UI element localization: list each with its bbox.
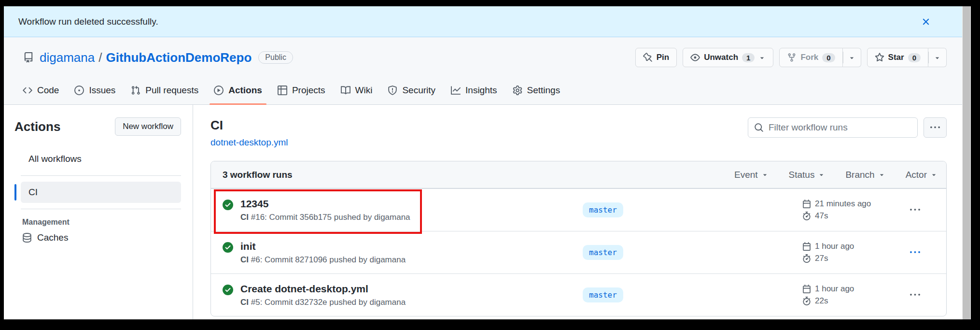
run-timestamp: 21 minutes ago <box>815 199 871 209</box>
sidebar-item-caches[interactable]: Caches <box>14 227 181 249</box>
run-options-button[interactable] <box>907 287 923 303</box>
workflow-run-row: init CI #6: Commit 8271096 pushed by dig… <box>211 231 946 273</box>
run-options-button[interactable] <box>907 244 923 260</box>
filter-workflow-runs-input[interactable] <box>769 122 911 133</box>
branch-badge[interactable]: master <box>583 202 623 217</box>
chevron-down-icon <box>848 54 855 61</box>
filter-workflow-runs-search <box>748 117 918 138</box>
branch-badge[interactable]: master <box>583 287 623 302</box>
tab-pull-requests[interactable]: Pull requests <box>125 76 205 105</box>
tab-label: Pull requests <box>145 85 198 96</box>
run-options-button[interactable] <box>907 202 923 218</box>
repo-owner-link[interactable]: digamana <box>40 50 95 65</box>
stopwatch-icon <box>802 254 811 263</box>
run-filters: Event Status Branch Actor <box>734 170 938 180</box>
stopwatch-icon <box>802 212 811 220</box>
run-title-link[interactable]: Create dotnet-desktop.yml <box>240 283 368 295</box>
sidebar-title: Actions <box>14 119 60 134</box>
tab-insights[interactable]: Insights <box>445 76 503 105</box>
unwatch-label: Unwatch <box>704 53 738 62</box>
fork-dropdown-button[interactable] <box>843 48 861 67</box>
tab-wiki[interactable]: Wiki <box>335 76 379 105</box>
repo-icon <box>23 52 34 63</box>
chevron-down-icon <box>930 171 938 178</box>
star-button[interactable]: Star 0 <box>867 48 928 67</box>
tab-security[interactable]: Security <box>381 76 442 105</box>
close-icon <box>921 16 931 27</box>
watch-count: 1 <box>742 53 755 62</box>
star-button-group: Star 0 <box>867 48 947 67</box>
run-description: CI #6: Commit 8271096 pushed by digamana <box>240 255 406 265</box>
flash-banner-message: Workflow run deleted successfully. <box>18 16 158 27</box>
sidebar-item-all-workflows[interactable]: All workflows <box>21 148 181 170</box>
run-time-info: 21 minutes ago 47s <box>802 199 883 221</box>
run-timestamp: 1 hour ago <box>815 284 854 294</box>
run-title-link[interactable]: 12345 <box>240 198 268 210</box>
scrollbar[interactable] <box>962 6 971 319</box>
run-duration: 47s <box>815 211 828 221</box>
calendar-icon <box>802 242 811 251</box>
management-section-label: Management <box>14 218 181 227</box>
stopwatch-icon <box>802 297 811 305</box>
book-icon <box>341 86 350 95</box>
run-timestamp: 1 hour ago <box>815 242 854 251</box>
browser-viewport: Workflow run deleted successfully. digam… <box>4 6 962 319</box>
pin-label: Pin <box>657 53 669 62</box>
new-workflow-button[interactable]: New workflow <box>115 117 181 136</box>
pin-button[interactable]: Pin <box>635 48 677 67</box>
breadcrumb: digamana / GithubActionDemoRepo <box>40 50 252 65</box>
branch-filter-dropdown[interactable]: Branch <box>845 170 885 180</box>
workflow-file-link[interactable]: dotnet-desktop.yml <box>210 137 288 148</box>
chevron-down-icon <box>818 171 825 178</box>
calendar-icon <box>802 285 811 293</box>
star-count: 0 <box>908 53 921 62</box>
tab-label: Wiki <box>355 85 373 96</box>
run-title-link[interactable]: init <box>240 241 256 252</box>
run-time-info: 1 hour ago 27s <box>802 242 883 263</box>
repo-name-link[interactable]: GithubActionDemoRepo <box>106 50 252 65</box>
workflow-runs-table-header: 3 workflow runs Event Status Branch <box>211 161 946 188</box>
flash-banner: Workflow run deleted successfully. <box>4 6 962 37</box>
tab-label: Settings <box>527 85 560 96</box>
actor-filter-dropdown[interactable]: Actor <box>906 170 938 180</box>
chevron-down-icon <box>934 54 941 61</box>
breadcrumb-separator: / <box>98 50 102 65</box>
tab-actions[interactable]: Actions <box>208 76 268 105</box>
tab-projects[interactable]: Projects <box>271 76 332 105</box>
star-label: Star <box>888 53 904 62</box>
banner-close-button[interactable] <box>921 16 931 27</box>
chevron-down-icon <box>761 171 769 178</box>
search-icon <box>754 123 764 132</box>
eye-icon <box>690 53 700 62</box>
kebab-horizontal-icon <box>910 247 920 258</box>
run-duration: 22s <box>815 296 828 306</box>
workflow-options-button[interactable] <box>924 117 947 138</box>
sidebar-item-ci-workflow[interactable]: CI <box>21 182 181 203</box>
fork-button[interactable]: Fork 0 <box>779 48 842 67</box>
tab-issues[interactable]: Issues <box>68 76 122 105</box>
check-circle-success-icon <box>223 242 233 253</box>
caches-label: Caches <box>37 232 68 243</box>
run-description: CI #5: Commit d32732e pushed by digamana <box>240 298 406 307</box>
fork-button-group: Fork 0 <box>779 48 861 67</box>
workflow-title: CI <box>210 117 288 133</box>
star-dropdown-button[interactable] <box>928 48 947 67</box>
status-filter-dropdown[interactable]: Status <box>789 170 826 180</box>
branch-badge[interactable]: master <box>583 245 623 260</box>
kebab-horizontal-icon <box>910 205 920 215</box>
actions-sidebar: Actions New workflow All workflows CI Ma… <box>4 105 193 319</box>
workflow-panel: CI dotnet-desktop.yml 3 workflow runs <box>193 105 962 319</box>
event-filter-dropdown[interactable]: Event <box>734 170 769 180</box>
run-time-info: 1 hour ago 22s <box>802 284 883 306</box>
tab-code[interactable]: Code <box>16 76 65 105</box>
graph-icon <box>451 86 461 95</box>
scrollbar-thumb[interactable] <box>963 6 970 319</box>
repo-header: digamana / GithubActionDemoRepo Public P… <box>4 37 962 105</box>
check-circle-success-icon <box>223 200 233 210</box>
tab-label: Security <box>402 85 435 96</box>
kebab-horizontal-icon <box>930 123 940 132</box>
unwatch-button[interactable]: Unwatch 1 <box>683 48 773 67</box>
visibility-badge: Public <box>258 51 293 64</box>
tab-settings[interactable]: Settings <box>506 76 567 105</box>
runs-count-label: 3 workflow runs <box>223 170 293 180</box>
